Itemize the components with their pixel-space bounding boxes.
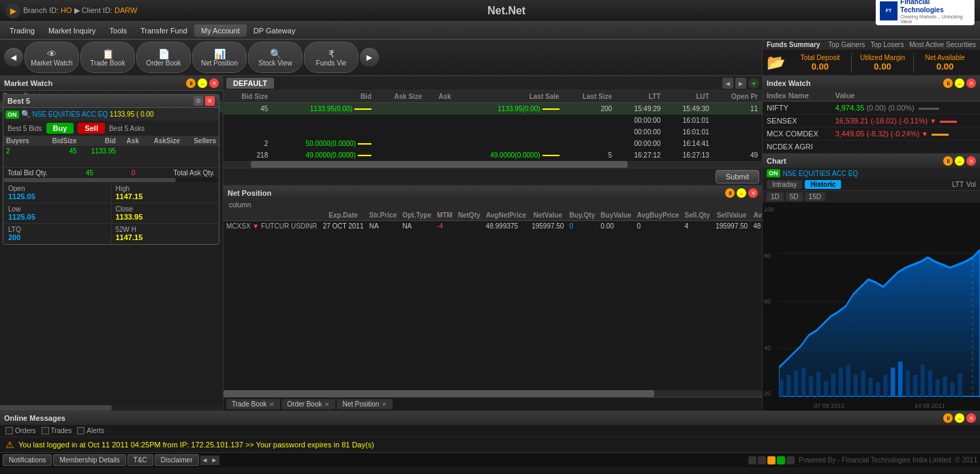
toolbar-forward[interactable]: ► [360, 48, 379, 67]
net-position-title: Net Position [228, 189, 271, 197]
chart-15d-btn[interactable]: 15D [805, 192, 825, 201]
iw-close[interactable]: ✕ [966, 78, 976, 88]
chart-pause[interactable]: ⏸ [943, 156, 953, 166]
submit-button[interactable]: Submit [716, 170, 759, 183]
best5-close[interactable]: ✕ [205, 96, 215, 106]
iw-min[interactable]: – [955, 78, 964, 88]
chart-close[interactable]: ✕ [966, 156, 976, 166]
warning-icon: ⚠ [5, 439, 14, 450]
best5-settings[interactable]: ⚙ [194, 96, 203, 106]
total-deposit-label: Total Deposit [789, 54, 851, 61]
index-table: Index Name Value NIFTY 4,974.35 (0.00) (… [763, 90, 980, 153]
svg-rect-20 [883, 375, 888, 397]
np-min[interactable]: – [737, 188, 746, 198]
svg-rect-9 [801, 368, 806, 397]
best5-asks-label: Best 5 Asks [109, 125, 144, 132]
msg-close[interactable]: ✕ [966, 413, 976, 423]
toolbar-net-position[interactable]: 📊 Net Position [192, 42, 247, 73]
messages-title: Online Messages [4, 414, 65, 422]
menu-trading[interactable]: Trading [3, 25, 42, 37]
market-watch-title: Market Watch [4, 79, 52, 87]
svg-rect-21 [891, 368, 895, 397]
svg-rect-10 [809, 376, 814, 397]
ltq-value: 200 [8, 233, 107, 241]
svg-rect-23 [906, 370, 910, 397]
toolbar-market-watch[interactable]: 👁 Market Watch [25, 42, 79, 73]
notifications-btn[interactable]: Notifications [3, 454, 52, 466]
membership-details-btn[interactable]: Membership Details [53, 454, 125, 466]
chart-ltt-label: LTT [952, 181, 964, 188]
breadcrumb: Branch ID: HO ▶ Client ID: DARW [23, 6, 137, 15]
best5-title: Best 5 [7, 97, 30, 105]
chart-5d-btn[interactable]: 5D [786, 192, 803, 201]
high-label: High [116, 185, 215, 192]
app-icon: ▶ [5, 3, 20, 18]
toolbar-funds-view[interactable]: ₹ Funds Vie [304, 42, 358, 73]
svg-rect-24 [913, 375, 918, 397]
chart-intraday-tab[interactable]: Intraday [767, 180, 802, 189]
copyright-year: © 2011 [955, 456, 977, 464]
index-watch-title: Index Watch [767, 79, 810, 87]
tab-trade-book[interactable]: Trade Book ✕ [226, 399, 280, 409]
column-button[interactable]: column [224, 200, 762, 210]
svg-rect-30 [958, 374, 962, 397]
chart-on-badge: ON [767, 169, 780, 177]
mw-pause-btn[interactable]: ⏸ [186, 78, 196, 88]
np-close[interactable]: ✕ [748, 188, 758, 198]
menu-tools[interactable]: Tools [103, 25, 134, 37]
default-tab[interactable]: DEFAULT [226, 78, 274, 89]
center-add[interactable]: + [748, 78, 759, 89]
buy-button[interactable]: Buy [46, 123, 74, 134]
mw-close-btn[interactable]: ✕ [209, 78, 219, 88]
toolbar-trade-book[interactable]: 📋 Trade Book [80, 42, 135, 73]
tab-net-position[interactable]: Net Position ✕ [337, 399, 393, 409]
np-pause[interactable]: ⏸ [725, 188, 735, 198]
toolbar-back[interactable]: ◄ [4, 48, 23, 67]
status-icons [748, 456, 795, 464]
chart-min[interactable]: – [955, 156, 964, 166]
tnc-btn[interactable]: T&C [127, 454, 153, 466]
index-row-sensex: SENSEX 16,539.21 (-18.02) (-0.11%) ▼ [763, 115, 980, 128]
menu-market-inquiry[interactable]: Market Inquiry [42, 25, 103, 37]
tab-order-book[interactable]: Order Book ✕ [281, 399, 335, 409]
scroll-left-btn[interactable]: ◄ [200, 456, 210, 465]
chart-1d-btn[interactable]: 1D [767, 192, 784, 201]
svg-rect-18 [868, 378, 873, 397]
ltq-label: LTQ [8, 226, 107, 233]
mw-min-btn[interactable]: – [198, 78, 207, 88]
menu-my-account[interactable]: My Account [194, 25, 247, 37]
toolbar-stock-view[interactable]: 🔍 Stock View [248, 42, 303, 73]
msg-min[interactable]: – [955, 413, 964, 423]
logo-name: Financial Technologies [900, 0, 970, 14]
sell-button[interactable]: Sell [78, 123, 105, 134]
filter-orders[interactable]: Orders [5, 427, 36, 434]
toolbar-order-book[interactable]: 📄 Order Book [136, 42, 191, 73]
svg-rect-29 [950, 382, 955, 397]
disclaimer-btn[interactable]: Disclaimer [155, 454, 199, 466]
close-label: Close [116, 205, 215, 213]
svg-rect-8 [794, 370, 799, 397]
52wh-label: 52W H [116, 226, 215, 233]
center-next[interactable]: ► [735, 78, 746, 89]
iw-pause[interactable]: ⏸ [943, 78, 953, 88]
chart-historic-tab[interactable]: Historic [805, 180, 841, 189]
tab-most-active[interactable]: Most Active Securities [909, 41, 976, 48]
logo-tagline: Clearing Markets... Unlocking Value [900, 14, 970, 24]
tab-top-losers[interactable]: Top Losers [870, 41, 904, 48]
msg-pause[interactable]: ⏸ [943, 413, 953, 423]
best5-search-icon: 🔍 [21, 110, 31, 119]
net-pos-row: MCXSX ▼ FUTCUR USDINR 27 OCT 2011 NA NA … [224, 221, 762, 232]
filter-alerts[interactable]: Alerts [77, 427, 104, 434]
menu-transfer-fund[interactable]: Transfer Fund [134, 25, 194, 37]
scroll-right-btn[interactable]: ► [210, 456, 219, 465]
tab-top-gainers[interactable]: Top Gainers [828, 41, 865, 48]
best5-on-badge: ON [5, 110, 19, 119]
net-position-table: Exp.Date Str.Price Opt.Type MTM NetQty A… [224, 210, 762, 231]
svg-rect-6 [779, 379, 784, 397]
svg-rect-15 [846, 365, 851, 397]
filter-trades[interactable]: Trades [42, 427, 72, 434]
center-prev[interactable]: ◄ [722, 78, 733, 89]
menu-dp-gateway[interactable]: DP Gateway [247, 25, 303, 37]
index-row-ncdex: NCDEX AGRI [763, 140, 980, 153]
total-bid-qty-label: Total Bid Qty. [7, 169, 48, 177]
